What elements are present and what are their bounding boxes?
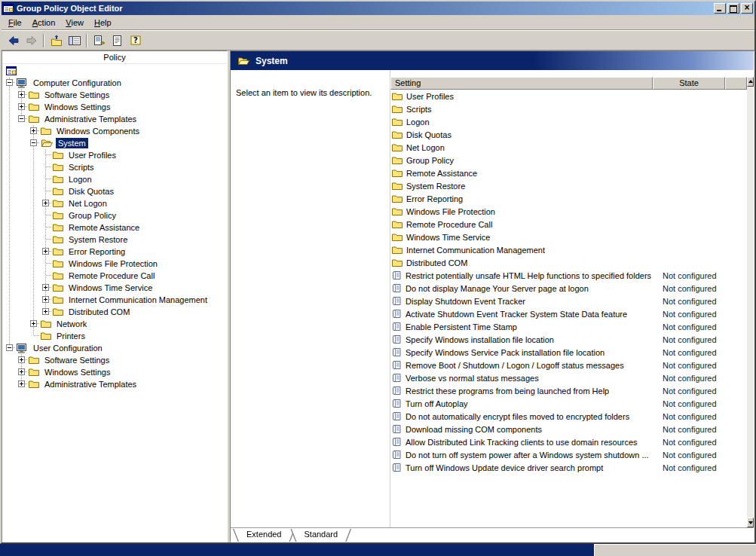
list-item-display-shutdown-event-tracker[interactable]: Display Shutdown Event TrackerNot config… bbox=[390, 295, 747, 307]
tree-expander-plus-icon[interactable] bbox=[42, 248, 49, 255]
tree-item-administrative-templates[interactable]: Administrative Templates bbox=[4, 113, 227, 125]
tree-item-internet-communication-management[interactable]: Internet Communication Management bbox=[4, 294, 227, 306]
scroll-down-icon[interactable] bbox=[747, 518, 754, 527]
tree-item-root[interactable] bbox=[4, 65, 227, 77]
list-item-turn-off-autoplay[interactable]: Turn off AutoplayNot configured bbox=[390, 397, 747, 410]
tree-expander-plus-icon[interactable] bbox=[42, 284, 49, 291]
tree-item-remote-procedure-call[interactable]: Remote Procedure Call bbox=[4, 270, 227, 282]
list-item-do-not-automatically-encrypt-files-moved-to-encrypted-folders[interactable]: Do not automatically encrypt files moved… bbox=[390, 410, 747, 423]
tree-expander-minus-icon[interactable] bbox=[18, 115, 25, 122]
minimize-button[interactable] bbox=[714, 3, 726, 14]
tree-item-remote-assistance[interactable]: Remote Assistance bbox=[4, 221, 227, 234]
tree-item-administrative-templates[interactable]: Administrative Templates bbox=[4, 378, 227, 390]
forward-arrow-button[interactable] bbox=[23, 32, 40, 49]
policy-icon bbox=[392, 283, 402, 293]
tree-expander-plus-icon[interactable] bbox=[30, 127, 37, 134]
tree-item-net-logon[interactable]: Net Logon bbox=[4, 197, 227, 209]
tree-item-software-settings[interactable]: Software Settings bbox=[4, 89, 227, 101]
tree-item-group-policy[interactable]: Group Policy bbox=[4, 209, 227, 221]
list-item-do-not-display-manage-your-server-page-at-logon[interactable]: Do not display Manage Your Server page a… bbox=[390, 282, 747, 295]
tree-item-windows-settings[interactable]: Windows Settings bbox=[4, 366, 227, 378]
tree-indent bbox=[16, 173, 28, 185]
maximize-button[interactable] bbox=[727, 3, 739, 14]
list-item-verbose-vs-normal-status-messages[interactable]: Verbose vs normal status messagesNot con… bbox=[390, 371, 747, 384]
tree-item-distributed-com[interactable]: Distributed COM bbox=[4, 306, 227, 318]
list-item-enable-persistent-time-stamp[interactable]: Enable Persistent Time StampNot configur… bbox=[390, 320, 747, 333]
tree-expander-plus-icon[interactable] bbox=[18, 368, 25, 375]
up-level-button[interactable] bbox=[47, 32, 65, 49]
list-item-system-restore[interactable]: System Restore bbox=[390, 179, 747, 192]
tree-item-software-settings[interactable]: Software Settings bbox=[4, 354, 227, 366]
list-item-windows-file-protection[interactable]: Windows File Protection bbox=[390, 205, 747, 218]
tab-standard[interactable]: Standard bbox=[291, 528, 350, 542]
list-item-specify-windows-service-pack-installation-file-location[interactable]: Specify Windows Service Pack installatio… bbox=[390, 346, 747, 359]
tree-expander-plus-icon[interactable] bbox=[30, 320, 37, 327]
tree-expander-minus-icon[interactable] bbox=[6, 344, 13, 351]
taskbar[interactable] bbox=[0, 544, 756, 556]
list-item-error-reporting[interactable]: Error Reporting bbox=[390, 192, 747, 205]
tree-item-network[interactable]: Network bbox=[4, 318, 227, 330]
list-item-internet-communication-management[interactable]: Internet Communication Management bbox=[390, 243, 747, 256]
menu-action[interactable]: Action bbox=[27, 16, 61, 29]
list-item-disk-quotas[interactable]: Disk Quotas bbox=[390, 128, 747, 141]
show-tree-button[interactable] bbox=[66, 32, 83, 49]
list-item-activate-shutdown-event-tracker-system-state-data-feature[interactable]: Activate Shutdown Event Tracker System S… bbox=[390, 307, 747, 320]
list-item-remove-boot-shutdown-logon-logoff-status-messages[interactable]: Remove Boot / Shutdown / Logon / Logoff … bbox=[390, 359, 747, 371]
tree-expander-plus-icon[interactable] bbox=[42, 308, 49, 315]
tree-item-disk-quotas[interactable]: Disk Quotas bbox=[4, 185, 227, 197]
column-header-setting[interactable]: Setting bbox=[390, 77, 653, 90]
tree-expander-minus-icon[interactable] bbox=[30, 139, 37, 146]
list-item-windows-time-service[interactable]: Windows Time Service bbox=[390, 231, 747, 243]
list-item-distributed-com[interactable]: Distributed COM bbox=[390, 256, 747, 269]
tab-extended[interactable]: Extended bbox=[234, 528, 294, 542]
tree-item-windows-settings[interactable]: Windows Settings bbox=[4, 101, 227, 113]
export-list-button[interactable] bbox=[90, 32, 108, 49]
list-item-group-policy[interactable]: Group Policy bbox=[390, 154, 747, 166]
vertical-scrollbar[interactable] bbox=[747, 77, 754, 527]
list-item-user-profiles[interactable]: User Profiles bbox=[390, 90, 747, 102]
tree-item-printers[interactable]: Printers bbox=[4, 330, 227, 342]
tree-item-computer-configuration[interactable]: Computer Configuration bbox=[4, 77, 227, 89]
tree-expander-plus-icon[interactable] bbox=[18, 356, 25, 363]
tree-expander-plus-icon[interactable] bbox=[18, 380, 25, 387]
tree-item-windows-file-protection[interactable]: Windows File Protection bbox=[4, 258, 227, 270]
tree-item-windows-time-service[interactable]: Windows Time Service bbox=[4, 282, 227, 294]
list-item-specify-windows-installation-file-location[interactable]: Specify Windows installation file locati… bbox=[390, 333, 747, 346]
tree-item-error-reporting[interactable]: Error Reporting bbox=[4, 246, 227, 258]
list-item-restrict-these-programs-from-being-launched-from-help[interactable]: Restrict these programs from being launc… bbox=[390, 384, 747, 397]
tree-item-system-restore[interactable]: System Restore bbox=[4, 234, 227, 246]
back-arrow-button[interactable] bbox=[5, 32, 22, 49]
tree-expander-plus-icon[interactable] bbox=[18, 103, 25, 110]
close-button[interactable] bbox=[741, 3, 753, 14]
tree-expander-plus-icon[interactable] bbox=[42, 296, 49, 303]
list-item-do-not-turn-off-system-power-after-a-windows-system-shutdown[interactable]: Do not turn off system power after a Win… bbox=[390, 448, 747, 461]
menu-view[interactable]: View bbox=[60, 16, 89, 29]
tree-item-user-profiles[interactable]: User Profiles bbox=[4, 149, 227, 161]
properties-button[interactable] bbox=[109, 32, 126, 49]
tree-item-label: Software Settings bbox=[42, 90, 112, 100]
tree-expander-minus-icon[interactable] bbox=[6, 79, 13, 86]
column-header-state[interactable]: State bbox=[653, 77, 725, 90]
scroll-up-icon[interactable] bbox=[747, 77, 754, 87]
menu-help[interactable]: Help bbox=[89, 16, 117, 29]
tree-item-system[interactable]: System bbox=[4, 137, 227, 149]
list-item-logon[interactable]: Logon bbox=[390, 115, 747, 128]
tree-expander-plus-icon[interactable] bbox=[18, 91, 25, 98]
tree-expander-plus-icon[interactable] bbox=[42, 200, 49, 206]
list-item-remote-assistance[interactable]: Remote Assistance bbox=[390, 166, 747, 179]
help-button[interactable]: ? bbox=[127, 32, 144, 49]
list-item-remote-procedure-call[interactable]: Remote Procedure Call bbox=[390, 218, 747, 231]
menu-file[interactable]: File bbox=[3, 16, 27, 29]
tree-item-windows-components[interactable]: Windows Components bbox=[4, 125, 227, 137]
tree-item-logon[interactable]: Logon bbox=[4, 173, 227, 185]
list-item-scripts[interactable]: Scripts bbox=[390, 102, 747, 115]
list-item-allow-distributed-link-tracking-clients-to-use-domain-resources[interactable]: Allow Distributed Link Tracking clients … bbox=[390, 435, 747, 448]
settings-list: User ProfilesScriptsLogonDisk QuotasNet … bbox=[390, 90, 747, 527]
list-item-net-logon[interactable]: Net Logon bbox=[390, 141, 747, 154]
tree-item-scripts[interactable]: Scripts bbox=[4, 161, 227, 173]
list-item-turn-off-windows-update-device-driver-search-prompt[interactable]: Turn off Windows Update device driver se… bbox=[390, 461, 747, 474]
title-bar[interactable]: Group Policy Object Editor bbox=[2, 2, 754, 15]
tree-item-user-configuration[interactable]: User Configuration bbox=[4, 342, 227, 354]
list-item-restrict-potentially-unsafe-html-help-functions-to-specified-folders[interactable]: Restrict potentially unsafe HTML Help fu… bbox=[390, 269, 747, 282]
list-item-download-missing-com-components[interactable]: Download missing COM componentsNot confi… bbox=[390, 423, 747, 435]
